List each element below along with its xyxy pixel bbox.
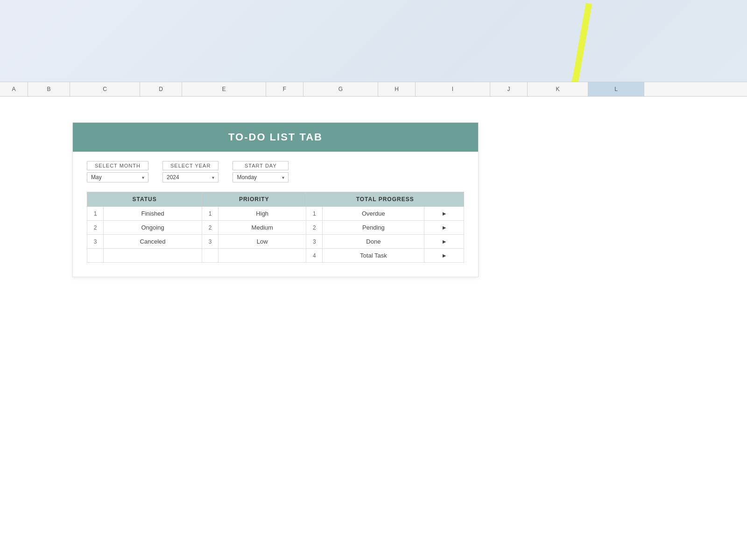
progress-arrow-1[interactable]: ▸ — [424, 207, 464, 221]
col-header-h[interactable]: H — [378, 82, 416, 96]
progress-val-3: Done — [323, 235, 424, 249]
priority-num-empty — [202, 249, 218, 263]
col-header-f[interactable]: F — [266, 82, 303, 96]
status-val-3: Canceled — [104, 235, 202, 249]
spreadsheet-body: TO-DO LIST TAB SELECT MONTH May ▾ SELECT… — [0, 97, 747, 560]
col-header-c[interactable]: C — [70, 82, 140, 96]
progress-val-2: Pending — [323, 221, 424, 235]
progress-arrow-3[interactable]: ▸ — [424, 235, 464, 249]
col-header-d[interactable]: D — [140, 82, 182, 96]
status-num-3: 3 — [87, 235, 104, 249]
progress-arrow-2[interactable]: ▸ — [424, 221, 464, 235]
year-label: SELECT YEAR — [162, 161, 218, 170]
card-title-bar: TO-DO LIST TAB — [73, 123, 478, 152]
col-header-a[interactable]: A — [0, 82, 28, 96]
month-select[interactable]: May ▾ — [87, 172, 148, 182]
col-header-b[interactable]: B — [28, 82, 70, 96]
todo-card: TO-DO LIST TAB SELECT MONTH May ▾ SELECT… — [72, 122, 479, 277]
progress-num-2: 2 — [306, 221, 323, 235]
month-value: May — [91, 174, 102, 181]
status-num-empty — [87, 249, 104, 263]
year-select[interactable]: 2024 ▾ — [162, 172, 218, 182]
startday-control: START DAY Monday ▾ — [233, 161, 289, 182]
col-header-k[interactable]: K — [528, 82, 588, 96]
legend-table: STATUS PRIORITY TOTAL PROGRESS 1 Finishe… — [87, 192, 464, 263]
year-dropdown-arrow: ▾ — [212, 175, 214, 180]
progress-val-4: Total Task — [323, 249, 424, 263]
table-section: STATUS PRIORITY TOTAL PROGRESS 1 Finishe… — [73, 192, 478, 277]
priority-val-empty — [218, 249, 306, 263]
card-title: TO-DO LIST TAB — [73, 131, 478, 143]
progress-num-1: 1 — [306, 207, 323, 221]
startday-value: Monday — [237, 174, 257, 181]
priority-val-1: High — [218, 207, 306, 221]
month-label: SELECT MONTH — [87, 161, 148, 170]
priority-num-3: 3 — [202, 235, 218, 249]
table-row: 2 Ongoing 2 Medium 2 Pending ▸ — [87, 221, 464, 235]
priority-num-2: 2 — [202, 221, 218, 235]
priority-val-3: Low — [218, 235, 306, 249]
column-headers: A B C D E F G H I J K L — [0, 82, 747, 97]
priority-header: PRIORITY — [202, 192, 306, 207]
month-dropdown-arrow: ▾ — [142, 175, 144, 180]
status-num-2: 2 — [87, 221, 104, 235]
startday-select[interactable]: Monday ▾ — [233, 172, 289, 182]
year-control: SELECT YEAR 2024 ▾ — [162, 161, 218, 182]
col-header-g[interactable]: G — [303, 82, 378, 96]
col-header-l[interactable]: L — [588, 82, 644, 96]
status-num-1: 1 — [87, 207, 104, 221]
month-control: SELECT MONTH May ▾ — [87, 161, 148, 182]
status-val-1: Finished — [104, 207, 202, 221]
table-row: 1 Finished 1 High 1 Overdue ▸ — [87, 207, 464, 221]
priority-val-2: Medium — [218, 221, 306, 235]
progress-header: TOTAL PROGRESS — [306, 192, 464, 207]
startday-dropdown-arrow: ▾ — [282, 175, 284, 180]
controls-row: SELECT MONTH May ▾ SELECT YEAR 2024 ▾ ST… — [73, 152, 478, 192]
status-header: STATUS — [87, 192, 202, 207]
priority-num-1: 1 — [202, 207, 218, 221]
progress-num-4: 4 — [306, 249, 323, 263]
progress-num-3: 3 — [306, 235, 323, 249]
progress-arrow-4[interactable]: ▸ — [424, 249, 464, 263]
year-value: 2024 — [167, 174, 179, 181]
table-row: 3 Canceled 3 Low 3 Done ▸ — [87, 235, 464, 249]
progress-val-1: Overdue — [323, 207, 424, 221]
table-row: 4 Total Task ▸ — [87, 249, 464, 263]
startday-label: START DAY — [233, 161, 289, 170]
col-header-i[interactable]: I — [416, 82, 490, 96]
status-val-empty — [104, 249, 202, 263]
status-val-2: Ongoing — [104, 221, 202, 235]
col-header-j[interactable]: J — [490, 82, 528, 96]
col-header-e[interactable]: E — [182, 82, 266, 96]
